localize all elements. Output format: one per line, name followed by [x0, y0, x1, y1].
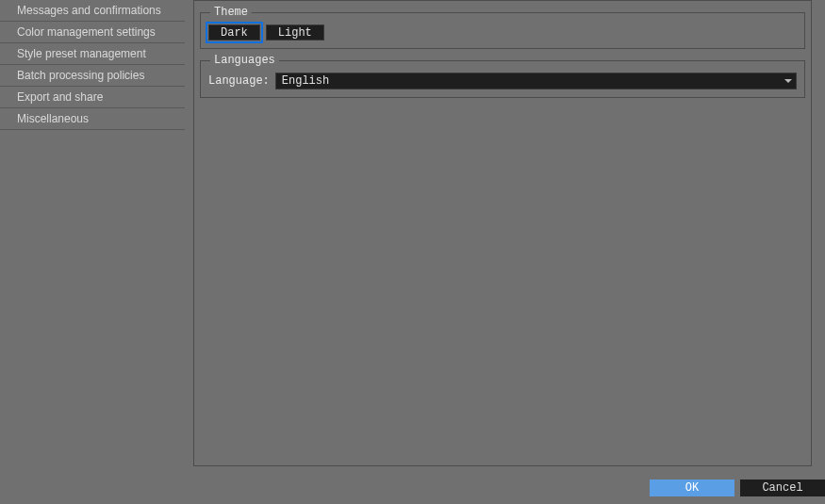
sidebar-item-color-management[interactable]: Color management settings	[0, 22, 185, 43]
theme-dark-button[interactable]: Dark	[208, 24, 260, 41]
sidebar-item-miscellaneous[interactable]: Miscellaneous	[0, 108, 185, 130]
sidebar-item-batch-processing[interactable]: Batch processing policies	[0, 65, 185, 87]
theme-dark-label: Dark	[221, 26, 248, 40]
language-select[interactable]: English	[275, 73, 797, 89]
language-row: Language: English	[208, 73, 797, 89]
cancel-label: Cancel	[762, 481, 802, 495]
sidebar-item-style-preset[interactable]: Style preset management	[0, 43, 185, 65]
cancel-button[interactable]: Cancel	[740, 480, 825, 496]
theme-fieldset: Theme Dark Light	[200, 12, 805, 49]
language-label: Language:	[208, 74, 270, 88]
sidebar-item-label: Batch processing policies	[17, 69, 144, 82]
language-value: English	[282, 74, 329, 88]
sidebar: Messages and confirmations Color managem…	[0, 0, 185, 130]
theme-buttons: Dark Light	[208, 24, 797, 41]
sidebar-item-label: Color management settings	[17, 25, 156, 39]
theme-light-label: Light	[278, 26, 312, 40]
main-panel: Theme Dark Light Languages Language: Eng…	[193, 0, 812, 466]
ok-button[interactable]: OK	[650, 480, 734, 496]
footer: OK Cancel	[650, 480, 825, 496]
sidebar-item-label: Miscellaneous	[17, 112, 89, 125]
ok-label: OK	[685, 481, 699, 495]
sidebar-item-label: Style preset management	[17, 47, 146, 60]
theme-legend: Theme	[210, 6, 252, 19]
languages-fieldset: Languages Language: English	[200, 60, 805, 98]
sidebar-item-label: Messages and confirmations	[17, 4, 161, 17]
sidebar-item-messages[interactable]: Messages and confirmations	[0, 0, 185, 22]
chevron-down-icon	[784, 79, 792, 83]
languages-legend: Languages	[210, 54, 279, 67]
sidebar-item-label: Export and share	[17, 90, 103, 104]
sidebar-item-export-share[interactable]: Export and share	[0, 87, 185, 108]
theme-light-button[interactable]: Light	[266, 24, 324, 41]
